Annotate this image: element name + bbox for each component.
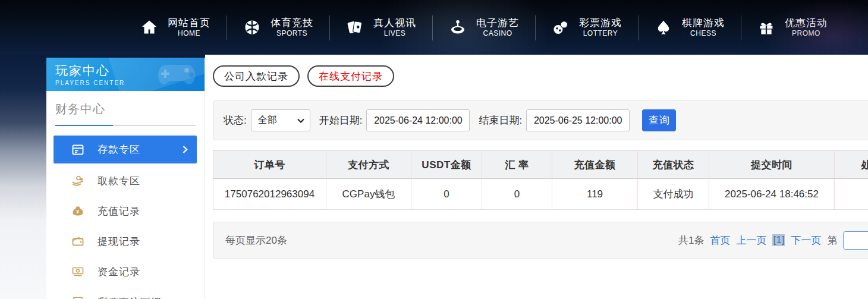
sidebar: 玩家中心 PLAYERS CENTER 财务中心 存款专区 [46,58,205,299]
nav-label-zh: 网站首页 [168,17,210,29]
nav-label-en: SPORTS [276,29,307,38]
nav-item[interactable]: 电子游艺 CASINO [432,0,535,55]
cell-order-number: 1750762012963094 [213,179,326,210]
nav-item[interactable]: 彩票游戏 LOTTERY [535,0,638,55]
nav-label-en: CHESS [690,29,716,38]
gift-icon [757,18,776,37]
lottery-icon [551,18,570,37]
withdrawal-icon [71,235,84,248]
first-page-link[interactable]: 首页 [710,234,730,247]
record-tab[interactable]: 公司入款记录 [213,65,300,87]
jump-page-label: 第 [827,234,837,247]
nav-items: 网站首页 HOME 体育竞技 SPORTS 真人视讯 [124,0,844,55]
nav-label-zh: 真人视讯 [373,17,416,29]
gamepad-icon [156,61,200,87]
payment-records-table: 订单号 支付方式 USDT金额 汇 率 充值金额 充值状态 提交时间 处理时间 … [213,150,868,210]
section-underline [55,125,196,126]
jump-page-input[interactable] [843,231,868,250]
withdraw-icon [71,174,84,187]
page: 网站首页 HOME 体育竞技 SPORTS 真人视讯 [0,0,868,299]
sidebar-item-label: 充值记录 [98,204,140,218]
sidebar-item-label: 彩票下注明细 [98,295,162,299]
sidebar-item-label: 提现记录 [98,235,140,248]
record-tab-label: 公司入款记录 [224,70,288,83]
col-recharge-amount: 充值金额 [552,151,638,179]
nav-label-en: HOME [178,29,200,38]
col-submit-time: 提交时间 [709,151,835,179]
record-tab[interactable]: 在线支付记录 [307,65,394,87]
nav-item[interactable]: 体育竞技 SPORTS [227,0,329,55]
cell-process-time [835,179,868,210]
sports-icon [243,18,262,37]
lottery-bet-icon [71,295,84,299]
col-process-time: 处理时间 [835,151,868,179]
col-usdt-amount: USDT金额 [411,151,482,179]
players-center-title: 玩家中心 [55,62,205,79]
sidebar-item-label: 资金记录 [98,265,140,279]
sidebar-item-label: 取款专区 [98,174,140,188]
nav-label-zh: 彩票游戏 [579,17,622,29]
record-tab-label: 在线支付记录 [319,70,383,83]
nav-item[interactable]: 优惠活动 PROMO [741,0,844,55]
top-navigation: 网站首页 HOME 体育竞技 SPORTS 真人视讯 [0,0,868,55]
cell-recharge-status: 支付成功 [638,179,709,210]
cell-submit-time: 2025-06-24 18:46:52 [709,179,835,210]
start-date-label: 开始日期: [319,114,363,127]
col-payment-method: 支付方式 [326,151,411,179]
sidebar-item[interactable]: 取款专区 [46,166,205,196]
nav-label-en: LOTTERY [583,29,618,38]
sidebar-item[interactable]: 彩票下注明细 [46,287,205,299]
cards-icon [345,18,364,37]
sidebar-header: 玩家中心 PLAYERS CENTER [46,58,205,91]
filter-bar: 状态: 全部 开始日期: 结束日期: 查询 [213,100,868,140]
end-date-label: 结束日期: [479,114,522,127]
sidebar-item-label: 存款专区 [98,143,140,156]
home-icon [140,18,159,37]
cell-payment-method: CGPay钱包 [326,179,411,210]
funds-icon [71,265,84,278]
sidebar-item[interactable]: 存款专区 [54,136,197,163]
casino-icon [448,18,467,37]
finance-center-heading: 财务中心 [55,101,196,117]
main-content: 公司入款记录 在线支付记录 状态: 全部 开始日期: 结束日期: 查询 [205,55,868,259]
status-select-value: 全部 [258,114,277,127]
table-header-row: 订单号 支付方式 USDT金额 汇 率 充值金额 充值状态 提交时间 处理时间 [213,151,868,179]
nav-item[interactable]: 真人视讯 LIVES [329,0,432,55]
recharge-icon: ¥ [71,204,84,218]
cell-recharge-amount: 119 [552,179,638,210]
nav-label-en: PROMO [792,29,820,38]
nav-label-zh: 优惠活动 [785,17,828,29]
table-row: 1750762012963094 CGPay钱包 0 0 119 支付成功 20… [213,179,868,210]
current-page-indicator: [1] [772,234,785,246]
sidebar-item[interactable]: 提现记录 [46,226,205,256]
chevron-down-icon [297,118,304,123]
status-label: 状态: [224,114,247,127]
cell-usdt-amount: 0 [411,179,482,210]
record-tabs: 公司入款记录 在线支付记录 [213,65,868,87]
status-select[interactable]: 全部 [251,109,310,131]
pagination-controls: 共1条 首页 上一页 [1] 下一页 第 [678,222,868,258]
nav-label-zh: 电子游艺 [476,17,519,29]
query-button[interactable]: 查询 [642,109,676,131]
nav-label-en: LIVES [384,29,406,38]
prev-page-link[interactable]: 上一页 [736,234,766,247]
col-exchange-rate: 汇 率 [482,151,552,179]
sidebar-item[interactable]: 资金记录 [46,257,205,287]
cell-exchange-rate: 0 [482,179,552,210]
col-order-number: 订单号 [213,151,326,179]
start-date-input[interactable] [366,109,470,131]
deposit-icon [71,143,84,156]
sidebar-menu: 存款专区 取款专区 ¥ 充值记录 [46,136,205,299]
page-size-text: 每页显示20条 [225,234,287,247]
total-count-text: 共1条 [678,234,704,247]
sidebar-item[interactable]: ¥ 充值记录 [46,196,205,226]
nav-item[interactable]: 棋牌游戏 CHESS [638,0,741,55]
end-date-input[interactable] [526,109,630,131]
nav-label-zh: 体育竞技 [271,17,313,29]
svg-text:¥: ¥ [76,209,80,215]
next-page-link[interactable]: 下一页 [791,234,821,247]
chevron-right-icon [183,146,188,153]
nav-label-en: CASINO [483,29,512,38]
nav-label-zh: 棋牌游戏 [682,17,725,29]
nav-item[interactable]: 网站首页 HOME [124,0,227,55]
